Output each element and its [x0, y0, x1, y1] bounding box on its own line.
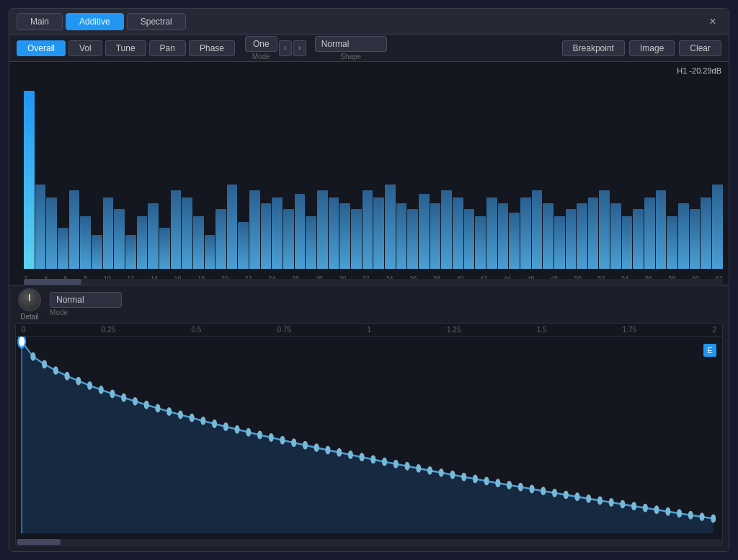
spectrum-bar[interactable] [193, 216, 204, 269]
envelope-point[interactable] [314, 443, 319, 452]
envelope-point[interactable] [394, 460, 399, 468]
envelope-point[interactable] [484, 476, 489, 485]
envelope-point[interactable] [18, 337, 25, 347]
envelope-point[interactable] [665, 507, 670, 516]
spectrum-bar[interactable] [125, 235, 136, 269]
envelope-point[interactable] [223, 422, 228, 431]
spectrum-bar[interactable] [295, 194, 306, 269]
spectrum-bar[interactable] [453, 197, 463, 269]
spectrum-bar[interactable] [272, 197, 283, 269]
subtab-vol[interactable]: Vol [68, 40, 102, 56]
spectrum-bar[interactable] [182, 197, 192, 269]
spectrum-bar[interactable] [103, 197, 114, 269]
envelope-area[interactable]: 00.250.50.7511.251.51.752 E [15, 323, 723, 546]
spectrum-bar[interactable] [261, 203, 272, 269]
spectrum-scrollbar[interactable] [24, 279, 723, 285]
spectrum-bar[interactable] [317, 190, 328, 269]
spectrum-bar[interactable] [385, 185, 396, 269]
envelope-point[interactable] [416, 464, 421, 473]
spectrum-bar[interactable] [419, 194, 430, 269]
spectrum-bar[interactable] [171, 190, 182, 269]
envelope-point[interactable] [280, 436, 285, 445]
spectrum-bar[interactable] [701, 197, 711, 269]
spectrum-bar[interactable] [588, 197, 599, 269]
spectrum-bar[interactable] [363, 190, 373, 269]
spectrum-bar[interactable] [159, 228, 170, 269]
envelope-point[interactable] [699, 512, 704, 521]
spectrum-bar[interactable] [373, 197, 384, 269]
envelope-point[interactable] [166, 407, 172, 416]
spectrum-bar[interactable] [227, 185, 238, 269]
envelope-point[interactable] [303, 441, 308, 450]
envelope-point[interactable] [76, 377, 81, 386]
envelope-point[interactable] [257, 430, 262, 439]
envelope-point[interactable] [269, 433, 274, 442]
spectrum-bar[interactable] [690, 209, 701, 269]
spectrum-bar[interactable] [329, 197, 339, 269]
close-button[interactable]: × [704, 13, 721, 30]
spectrum-chart[interactable] [24, 76, 723, 269]
spectrum-bar[interactable] [610, 203, 621, 269]
envelope-point[interactable] [495, 479, 500, 487]
spectrum-bar[interactable] [667, 216, 677, 269]
spectrum-bar[interactable] [712, 185, 723, 269]
envelope-point[interactable] [291, 438, 296, 447]
envelope-point[interactable] [427, 466, 432, 475]
envelope-point[interactable] [144, 401, 149, 409]
envelope-point[interactable] [541, 486, 546, 495]
detail-knob[interactable] [18, 288, 41, 311]
envelope-point[interactable] [87, 381, 92, 390]
subtab-phase[interactable]: Phase [189, 40, 235, 56]
envelope-point[interactable] [360, 453, 365, 461]
envelope-point[interactable] [677, 509, 682, 517]
spectrum-bar[interactable] [656, 190, 667, 269]
envelope-point[interactable] [552, 489, 557, 497]
envelope-point[interactable] [212, 419, 217, 428]
spectrum-bar[interactable] [92, 235, 102, 269]
envelope-point[interactable] [30, 352, 35, 361]
envelope-point[interactable] [382, 458, 387, 466]
subtab-overall[interactable]: Overall [17, 40, 66, 56]
spectrum-bar[interactable] [678, 203, 689, 269]
spectrum-bar[interactable] [205, 235, 215, 269]
spectrum-bar[interactable] [633, 209, 644, 269]
envelope-point[interactable] [597, 497, 603, 505]
envelope-point[interactable] [42, 360, 47, 368]
spectrum-bar[interactable] [24, 91, 35, 269]
spectrum-bar[interactable] [407, 209, 418, 269]
envelope-point[interactable] [348, 450, 353, 459]
envelope-point[interactable] [518, 483, 523, 492]
envelope-point[interactable] [620, 500, 625, 509]
envelope-point[interactable] [370, 455, 375, 464]
next-arrow[interactable]: › [293, 40, 306, 56]
envelope-point[interactable] [643, 504, 648, 512]
spectrum-bar[interactable] [441, 190, 452, 269]
spectrum-bar[interactable] [35, 185, 46, 269]
spectrum-bar[interactable] [498, 203, 509, 269]
subtab-pan[interactable]: Pan [149, 40, 186, 56]
spectrum-bar[interactable] [351, 209, 362, 269]
envelope-point[interactable] [65, 372, 70, 381]
spectrum-bar[interactable] [306, 216, 316, 269]
envelope-point[interactable] [439, 468, 444, 477]
spectrum-bar[interactable] [238, 222, 249, 269]
spectrum-bar[interactable] [137, 216, 148, 269]
shape-select[interactable]: Normal Random Custom [315, 36, 387, 52]
envelope-point[interactable] [631, 502, 636, 510]
envelope-point[interactable] [507, 481, 512, 489]
envelope-point[interactable] [654, 505, 659, 514]
spectrum-bar[interactable] [80, 216, 91, 269]
spectrum-bar[interactable] [396, 203, 407, 269]
envelope-point[interactable] [99, 386, 104, 394]
spectrum-bar[interactable] [46, 197, 57, 269]
spectrum-bar[interactable] [114, 209, 125, 269]
envelope-point[interactable] [574, 492, 579, 501]
envelope-point[interactable] [688, 511, 693, 520]
envelope-point[interactable] [200, 417, 205, 425]
envelope-point[interactable] [609, 498, 614, 507]
envelope-point[interactable] [461, 473, 466, 481]
envelope-point[interactable] [404, 462, 409, 471]
tab-spectral[interactable]: Spectral [127, 13, 186, 30]
spectrum-bar[interactable] [58, 228, 68, 269]
spectrum-bar[interactable] [148, 203, 159, 269]
